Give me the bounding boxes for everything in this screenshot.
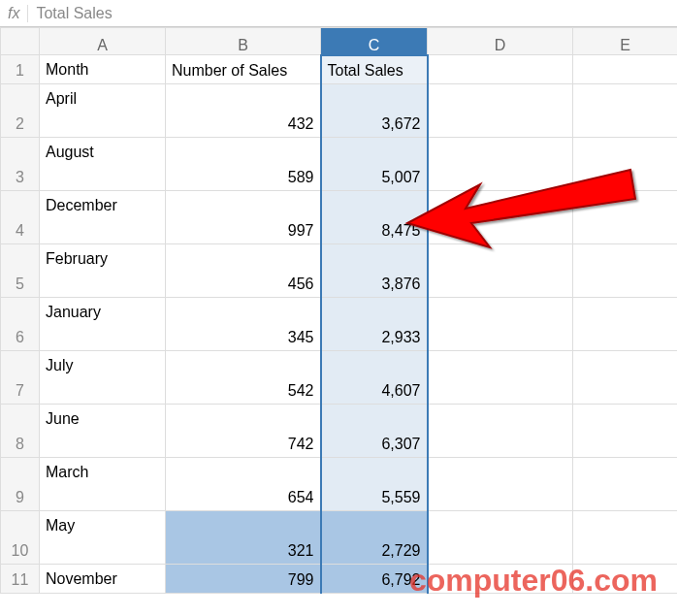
row-header[interactable]: 1 — [1, 55, 40, 84]
fx-label: fx — [8, 5, 19, 22]
cell-d1[interactable] — [428, 55, 573, 84]
table-row: 8 June 742 6,307 — [1, 405, 678, 458]
cell[interactable] — [428, 458, 573, 511]
table-row: 10 May 321 2,729 — [1, 511, 678, 565]
cell[interactable]: 2,729 — [321, 511, 428, 565]
cell[interactable]: 432 — [166, 84, 321, 138]
formula-value[interactable]: Total Sales — [27, 5, 112, 22]
cell[interactable]: 456 — [166, 244, 321, 298]
cell[interactable]: January — [40, 298, 166, 351]
row-header[interactable]: 7 — [1, 351, 40, 405]
col-header-b[interactable]: B — [166, 28, 321, 55]
cell[interactable] — [573, 84, 678, 138]
cell[interactable]: July — [40, 351, 166, 405]
cell[interactable]: 8,475 — [321, 191, 428, 244]
cell[interactable] — [573, 405, 678, 458]
col-header-d[interactable]: D — [428, 28, 573, 55]
cell[interactable] — [573, 511, 678, 565]
row-header[interactable]: 3 — [1, 138, 40, 191]
cell[interactable]: August — [40, 138, 166, 191]
col-header-c[interactable]: C — [321, 28, 428, 55]
watermark-text: computer06.com — [409, 563, 658, 599]
cell[interactable]: 742 — [166, 405, 321, 458]
table-row: 3 August 589 5,007 — [1, 138, 678, 191]
col-header-e[interactable]: E — [573, 28, 678, 55]
cell[interactable]: 5,007 — [321, 138, 428, 191]
cell[interactable] — [428, 351, 573, 405]
table-row: 2 April 432 3,672 — [1, 84, 678, 138]
cell[interactable]: 997 — [166, 191, 321, 244]
cell[interactable]: 2,933 — [321, 298, 428, 351]
cell[interactable] — [573, 191, 678, 244]
cell[interactable] — [428, 244, 573, 298]
cell[interactable]: 589 — [166, 138, 321, 191]
cell[interactable] — [428, 84, 573, 138]
cell[interactable]: 3,876 — [321, 244, 428, 298]
cell-e1[interactable] — [573, 55, 678, 84]
table-row: 5 February 456 3,876 — [1, 244, 678, 298]
cell[interactable]: April — [40, 84, 166, 138]
cell[interactable]: November — [40, 565, 166, 594]
table-row: 7 July 542 4,607 — [1, 351, 678, 405]
cell[interactable]: December — [40, 191, 166, 244]
cell[interactable]: 5,559 — [321, 458, 428, 511]
cell[interactable]: March — [40, 458, 166, 511]
cell[interactable]: June — [40, 405, 166, 458]
cell[interactable] — [573, 138, 678, 191]
row-header[interactable]: 10 — [1, 511, 40, 565]
cell[interactable] — [573, 351, 678, 405]
cell[interactable]: 6,307 — [321, 405, 428, 458]
row-header[interactable]: 11 — [1, 565, 40, 594]
cell[interactable] — [573, 244, 678, 298]
cell-b1[interactable]: Number of Sales — [166, 55, 321, 84]
cell[interactable]: 542 — [166, 351, 321, 405]
formula-bar[interactable]: fx Total Sales — [0, 0, 677, 27]
cell-c1[interactable]: Total Sales — [321, 55, 428, 84]
table-row: 4 December 997 8,475 — [1, 191, 678, 244]
cell[interactable] — [428, 405, 573, 458]
cell[interactable] — [573, 458, 678, 511]
cell[interactable]: 3,672 — [321, 84, 428, 138]
table-row: 6 January 345 2,933 — [1, 298, 678, 351]
cell[interactable] — [573, 298, 678, 351]
cell[interactable] — [428, 138, 573, 191]
cell[interactable]: 321 — [166, 511, 321, 565]
row-header[interactable]: 2 — [1, 84, 40, 138]
cell[interactable] — [428, 298, 573, 351]
table-row: 9 March 654 5,559 — [1, 458, 678, 511]
select-all-corner[interactable] — [1, 28, 40, 55]
cell[interactable]: February — [40, 244, 166, 298]
row-header[interactable]: 6 — [1, 298, 40, 351]
cell[interactable] — [428, 191, 573, 244]
spreadsheet[interactable]: A B C D E 1 Month Number of Sales Total … — [0, 27, 677, 594]
column-headers-row: A B C D E — [1, 28, 678, 55]
row-header[interactable]: 5 — [1, 244, 40, 298]
cell[interactable]: 345 — [166, 298, 321, 351]
row-header[interactable]: 4 — [1, 191, 40, 244]
col-header-a[interactable]: A — [40, 28, 166, 55]
row-header[interactable]: 9 — [1, 458, 40, 511]
cell[interactable] — [428, 511, 573, 565]
cell[interactable]: May — [40, 511, 166, 565]
cell-a1[interactable]: Month — [40, 55, 166, 84]
cell[interactable]: 4,607 — [321, 351, 428, 405]
row-header[interactable]: 8 — [1, 405, 40, 458]
table-row: 1 Month Number of Sales Total Sales — [1, 55, 678, 84]
cell[interactable]: 799 — [166, 565, 321, 594]
cell[interactable]: 654 — [166, 458, 321, 511]
